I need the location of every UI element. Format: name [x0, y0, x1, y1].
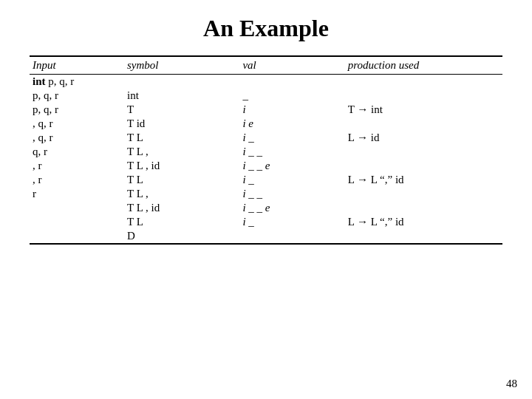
cell-val: i _ _ e — [239, 201, 344, 215]
table-row: p, q, rTiT → int — [30, 103, 502, 117]
table-row: D — [30, 229, 502, 244]
cell-input — [30, 215, 124, 229]
cell-val: i _ _ — [239, 145, 344, 159]
cell-production: L → L “,” id — [345, 173, 502, 187]
table-row: , q, rT Li _L → id — [30, 131, 502, 145]
cell-symbol — [124, 75, 239, 89]
page-number: 48 — [506, 378, 517, 390]
cell-input: p, q, r — [30, 103, 124, 117]
cell-val: i _ — [239, 173, 344, 187]
cell-val: i _ _ e — [239, 159, 344, 173]
cell-val: i — [239, 103, 344, 117]
cell-val — [239, 229, 344, 244]
table-row: T L , idi _ _ e — [30, 201, 502, 215]
cell-val: i e — [239, 117, 344, 131]
cell-symbol: T L , — [124, 145, 239, 159]
col-header-production: production used — [345, 56, 502, 75]
table-row: , rT L , idi _ _ e — [30, 159, 502, 173]
page-title: An Example — [203, 15, 329, 42]
cell-production: L → id — [345, 131, 502, 145]
cell-production — [345, 201, 502, 215]
cell-input — [30, 229, 124, 244]
cell-symbol: int — [124, 89, 239, 103]
cell-production — [345, 117, 502, 131]
cell-symbol: T L — [124, 131, 239, 145]
table-row: q, rT L ,i _ _ — [30, 145, 502, 159]
table-row: rT L ,i _ _ — [30, 187, 502, 201]
col-header-symbol: symbol — [124, 56, 239, 75]
cell-production — [345, 187, 502, 201]
cell-val: i _ _ — [239, 187, 344, 201]
cell-input: int p, q, r — [30, 75, 124, 89]
table-row: T Li _L → L “,” id — [30, 215, 502, 229]
cell-production — [345, 229, 502, 244]
table-row: int p, q, r — [30, 75, 502, 89]
cell-symbol: T L , id — [124, 159, 239, 173]
cell-symbol: T id — [124, 117, 239, 131]
cell-production — [345, 89, 502, 103]
cell-production — [345, 145, 502, 159]
cell-production — [345, 159, 502, 173]
cell-input: , r — [30, 159, 124, 173]
table-row: , rT Li _L → L “,” id — [30, 173, 502, 187]
cell-input: r — [30, 187, 124, 201]
cell-symbol: T L — [124, 173, 239, 187]
table-header-row: Input symbol val production used — [30, 56, 502, 75]
cell-input: , q, r — [30, 117, 124, 131]
table-row: p, q, rint_ — [30, 89, 502, 103]
cell-symbol: T L , — [124, 187, 239, 201]
cell-production: T → int — [345, 103, 502, 117]
cell-val — [239, 75, 344, 89]
cell-symbol: T L , id — [124, 201, 239, 215]
cell-val: _ — [239, 89, 344, 103]
example-table: Input symbol val production used int p, … — [30, 55, 502, 245]
cell-val: i _ — [239, 131, 344, 145]
cell-val: i _ — [239, 215, 344, 229]
cell-input: q, r — [30, 145, 124, 159]
cell-symbol: T — [124, 103, 239, 117]
cell-production — [345, 75, 502, 89]
cell-symbol: T L — [124, 215, 239, 229]
cell-symbol: D — [124, 229, 239, 244]
cell-input: p, q, r — [30, 89, 124, 103]
cell-production: L → L “,” id — [345, 215, 502, 229]
cell-input: , q, r — [30, 131, 124, 145]
table-container: Input symbol val production used int p, … — [30, 55, 502, 245]
cell-input — [30, 201, 124, 215]
page: An Example Input symbol val production u… — [0, 0, 532, 399]
cell-input: , r — [30, 173, 124, 187]
col-header-val: val — [239, 56, 344, 75]
col-header-input: Input — [30, 56, 124, 75]
table-row: , q, rT idi e — [30, 117, 502, 131]
